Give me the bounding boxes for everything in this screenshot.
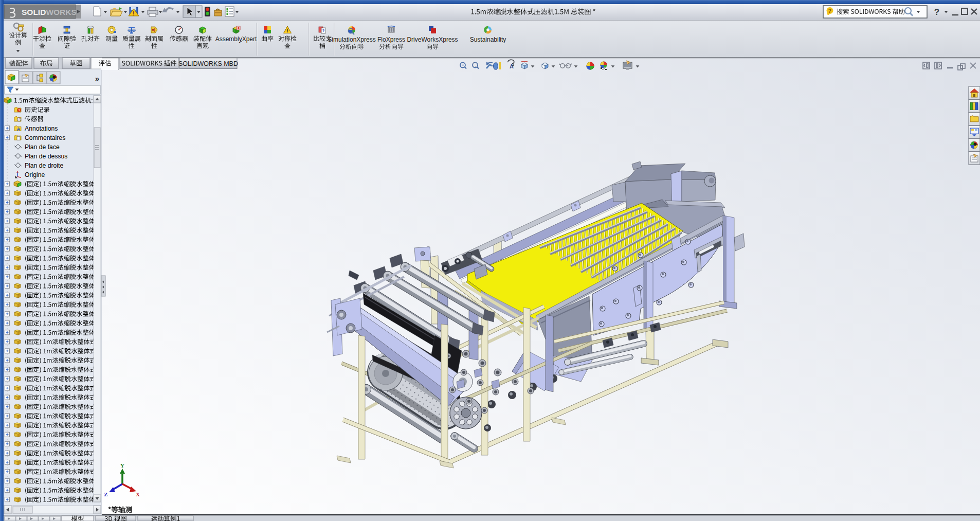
- svg-text:DriveWorksXpress: DriveWorksXpress: [407, 36, 458, 43]
- svg-text:SimulationXpress: SimulationXpress: [328, 36, 375, 43]
- svg-text:!: !: [286, 28, 288, 33]
- svg-text:Commentaires: Commentaires: [25, 134, 65, 141]
- svg-text:AssemblyXpert: AssemblyXpert: [215, 35, 257, 43]
- svg-text:Sustainability: Sustainability: [470, 36, 506, 43]
- svg-text:X: X: [136, 491, 140, 497]
- svg-text:A: A: [17, 127, 21, 132]
- svg-text:Y: Y: [120, 462, 124, 469]
- svg-text:FloXpress: FloXpress: [377, 36, 405, 43]
- svg-text:A: A: [510, 63, 514, 69]
- svg-text:Plan de dessus: Plan de dessus: [25, 153, 67, 160]
- svg-text:?: ?: [322, 28, 325, 33]
- svg-text:Z: Z: [104, 491, 107, 497]
- svg-text:?: ?: [934, 7, 939, 17]
- svg-text:»: »: [95, 74, 99, 83]
- svg-text:Annotations: Annotations: [25, 125, 58, 132]
- svg-text:Origine: Origine: [25, 171, 45, 178]
- svg-text:Plan de face: Plan de face: [25, 143, 60, 151]
- svg-text:!: !: [133, 11, 134, 16]
- svg-text:?: ?: [828, 8, 831, 14]
- svg-text:Plan de droite: Plan de droite: [25, 162, 63, 169]
- svg-text:SOLIDWORKS: SOLIDWORKS: [22, 8, 77, 16]
- svg-text:SOLIDWORKS MBD: SOLIDWORKS MBD: [178, 60, 238, 67]
